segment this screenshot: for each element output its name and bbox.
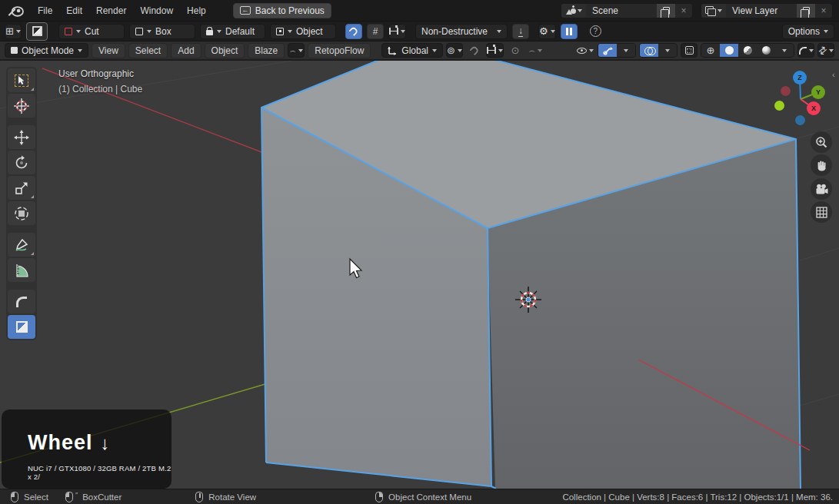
pause-toggle-button[interactable] <box>561 24 578 39</box>
snap-elements-dropdown[interactable] <box>388 24 406 39</box>
measure-tool[interactable] <box>8 258 35 282</box>
corner-pipe-icon <box>16 297 27 307</box>
transform-orientation-dropdown[interactable]: Global <box>381 43 443 58</box>
editor-type-dropdown[interactable]: ⊞ <box>5 24 22 39</box>
view-layer-selector[interactable]: View Layer × <box>701 3 833 18</box>
menu-retopoflow[interactable]: RetopoFlow <box>308 43 371 58</box>
magnet-icon <box>469 45 479 55</box>
cube-object[interactable] <box>261 61 810 489</box>
hud-system-info: NUC i7 / GTX1080 / 32GB RAM / 2TB M.2 x … <box>28 464 171 481</box>
settings-dropdown[interactable]: ⚙ <box>538 24 556 39</box>
shading-solid-button[interactable] <box>720 44 738 57</box>
addon-swap-dropdown[interactable]: ⇄ <box>817 43 834 58</box>
viewport-header: Object Mode View Select Add Object Blaze… <box>0 41 839 60</box>
scale-tool[interactable] <box>8 176 35 200</box>
view-layer-remove-button[interactable]: × <box>815 4 832 18</box>
chevron-down-icon <box>717 9 722 12</box>
viewport-3d[interactable]: User Orthographic (1) Collection | Cube <box>0 61 839 489</box>
rotate-tool[interactable] <box>8 151 35 174</box>
chevron-down-icon <box>147 30 151 33</box>
menu-view[interactable]: View <box>92 43 125 58</box>
addon-arc-dropdown[interactable]: ⌢ <box>288 43 305 58</box>
menu-blaze[interactable]: Blaze <box>248 43 285 58</box>
snap-toggle-button[interactable] <box>345 24 362 39</box>
view-layer-new-button[interactable] <box>797 4 815 18</box>
extract-button[interactable]: ↓ <box>512 24 529 39</box>
scene-browse-button[interactable] <box>561 4 586 18</box>
toggle-ortho-button[interactable] <box>811 201 832 223</box>
mouse-drag-icon <box>65 492 73 502</box>
operation-dropdown[interactable]: Object <box>270 24 336 39</box>
select-box-tool[interactable] <box>8 68 35 92</box>
gizmo-axis-y[interactable]: Y <box>811 85 825 99</box>
lock-mode-dropdown[interactable]: Default <box>200 24 265 39</box>
tool-group-indicator <box>31 88 34 91</box>
cut-mode-dropdown[interactable]: Cut <box>58 24 125 39</box>
scene-unlink-button[interactable]: × <box>675 4 692 18</box>
shape-label: Box <box>155 26 189 37</box>
menu-render[interactable]: Render <box>89 3 133 18</box>
camera-view-button[interactable] <box>811 178 832 200</box>
hand-icon <box>816 159 827 171</box>
gizmo-axis-x-neg[interactable] <box>781 86 791 96</box>
falloff-dropdown[interactable]: ⌢ <box>527 43 544 58</box>
menu-help[interactable]: Help <box>180 3 213 18</box>
pan-button[interactable] <box>811 154 832 176</box>
view-layer-browse-button[interactable] <box>701 4 726 18</box>
help-button[interactable]: ? <box>590 25 601 37</box>
gizmo-axis-z-neg[interactable] <box>795 115 805 125</box>
shading-material-button[interactable] <box>738 44 757 57</box>
xray-toggle-button[interactable] <box>681 43 698 58</box>
shape-dropdown[interactable]: Box <box>129 24 195 39</box>
menu-object[interactable]: Object <box>205 43 245 58</box>
rendered-shading-icon <box>762 46 771 55</box>
view-layer-name[interactable]: View Layer <box>726 5 797 16</box>
blender-logo-icon <box>8 4 25 18</box>
gizmo-axis-z[interactable]: Z <box>793 71 807 85</box>
behavior-dropdown[interactable]: Non-Destructive <box>415 24 508 39</box>
snap-with-dropdown[interactable] <box>486 43 504 58</box>
menu-edit[interactable]: Edit <box>59 3 89 18</box>
scene-selector[interactable]: Scene × <box>561 3 693 18</box>
mouse-right-icon <box>375 492 383 502</box>
swap-arrows-icon: ⇄ <box>816 43 830 58</box>
mode-dropdown[interactable]: Object Mode <box>5 43 88 58</box>
show-gizmo-button[interactable] <box>598 44 617 57</box>
annotate-tool[interactable] <box>8 233 35 257</box>
zoom-button[interactable] <box>811 131 832 153</box>
show-overlays-button[interactable] <box>640 44 658 57</box>
pivot-point-dropdown[interactable]: ⊚ <box>446 43 463 58</box>
addon-corner-dropdown[interactable] <box>797 43 814 58</box>
scene-name[interactable]: Scene <box>586 5 657 16</box>
gizmo-axis-x[interactable]: X <box>807 101 821 115</box>
shading-wireframe-button[interactable]: ⊕ <box>701 44 720 57</box>
gizmo-axis-y-neg[interactable] <box>774 101 784 111</box>
snap-toggle-header-button[interactable] <box>466 43 483 58</box>
transform-tool[interactable] <box>8 201 35 225</box>
behavior-label: Non-Destructive <box>421 26 488 37</box>
grid-toggle-button[interactable]: # <box>367 24 384 39</box>
chevron-down-icon <box>298 49 303 52</box>
cursor-tool[interactable] <box>8 94 35 118</box>
hardops-tool[interactable] <box>8 290 35 313</box>
menu-window[interactable]: Window <box>133 3 180 18</box>
options-dropdown[interactable]: Options <box>782 24 834 39</box>
back-to-previous-button[interactable]: ← Back to Previous <box>233 3 331 18</box>
shading-rendered-button[interactable] <box>757 44 775 57</box>
collapse-gizmo-chevron[interactable]: ‹ <box>832 70 835 79</box>
copy-icon <box>803 7 810 15</box>
menu-select[interactable]: Select <box>128 43 168 58</box>
shading-dropdown[interactable] <box>775 44 794 57</box>
overlays-icon <box>644 47 654 55</box>
proportional-edit-button[interactable]: ⊙ <box>507 43 524 58</box>
menu-add[interactable]: Add <box>171 43 201 58</box>
boxcutter-tool[interactable] <box>8 315 35 339</box>
scene-new-button[interactable] <box>657 4 675 18</box>
menu-file[interactable]: File <box>31 3 59 18</box>
object-visibility-dropdown[interactable] <box>576 43 594 58</box>
active-tool-button[interactable] <box>26 22 48 41</box>
overlays-dropdown[interactable] <box>658 44 677 57</box>
gizmo-dropdown[interactable] <box>617 44 635 57</box>
move-tool[interactable] <box>8 125 35 149</box>
pivot-icon: ⊚ <box>447 45 455 56</box>
